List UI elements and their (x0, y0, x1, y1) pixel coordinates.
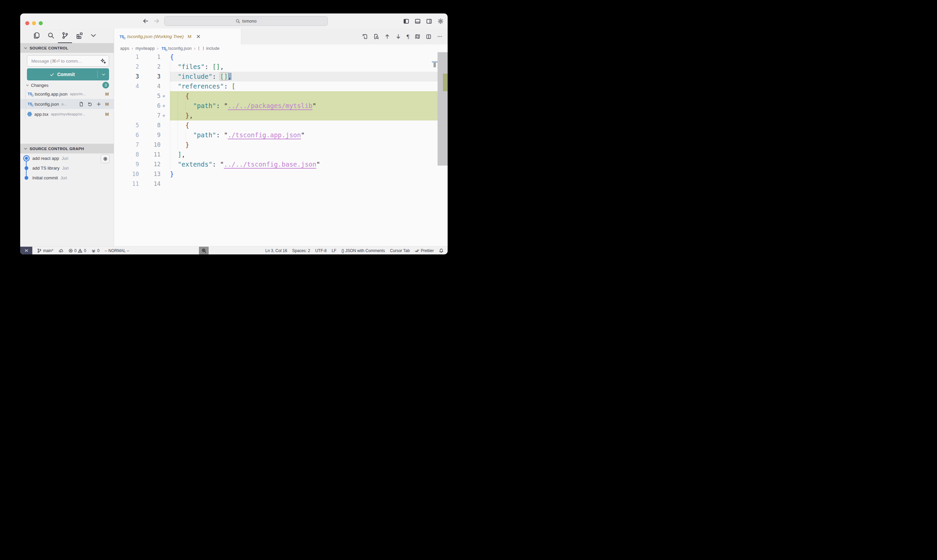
status-sync-indicator[interactable] (58, 248, 63, 253)
source-control-graph-header[interactable]: SOURCE CONTROL GRAPH (20, 144, 114, 154)
sparkle-ai-icon[interactable] (100, 58, 106, 64)
added-line-plus: + (160, 111, 170, 120)
change-item-tsconfig.app.json[interactable]: TS⚙ tsconfig.app.json apps/m... M (20, 89, 114, 99)
previous-change-arrow-up-icon[interactable] (385, 34, 390, 39)
modified-line-number: 12 (141, 160, 160, 169)
minimize-window-button[interactable] (32, 21, 36, 25)
status-encoding[interactable]: UTF-8 (315, 248, 326, 253)
status-eol[interactable]: LF (332, 248, 336, 253)
vertical-scrollbar[interactable] (437, 52, 448, 166)
zoom-window-button[interactable] (39, 21, 43, 25)
discard-icon[interactable] (88, 102, 92, 107)
commit-row[interactable]: add TS library Juri (20, 163, 114, 173)
code-line[interactable]: 4 4 "references": [ (114, 82, 437, 91)
activity-source-control[interactable] (58, 29, 72, 43)
go-to-file-icon[interactable] (79, 102, 84, 107)
code-editor[interactable]: 1 1 { 2 2 "files": [], 3 3 "include": []… (114, 52, 448, 246)
close-window-button[interactable] (25, 21, 29, 25)
commit-message-input[interactable] (31, 58, 100, 64)
change-item-tsconfig.json[interactable]: TS⚙ tsconfig.json a... M (20, 99, 114, 109)
status-notifications[interactable] (439, 248, 444, 253)
breadcrumb-item[interactable]: [ ]include (198, 46, 220, 51)
added-line-plus: + (160, 91, 170, 101)
command-center-search[interactable]: tsmono (164, 16, 328, 26)
back-arrow-icon[interactable] (142, 18, 149, 24)
status-bar: main*000-- NORMAL -- Ln 3, Col 16Spaces:… (20, 246, 448, 254)
code-line[interactable]: 5 + { (114, 91, 437, 101)
activity-explorer[interactable] (29, 29, 44, 43)
commit-dot-icon (25, 166, 28, 170)
error-icon (68, 248, 73, 253)
code-line[interactable]: 8 11 ], (114, 150, 437, 160)
source-control-title: SOURCE CONTROL (29, 46, 68, 50)
source-control-header[interactable]: SOURCE CONTROL (20, 43, 114, 53)
code-line[interactable]: 5 8 { (114, 120, 437, 130)
activity-bar (20, 29, 114, 43)
modified-line-number: 14 (141, 179, 160, 189)
status-broadcast-indicator[interactable]: 0 (91, 248, 100, 253)
code-line[interactable]: 6 + "path": "../../packages/mytslib" (114, 101, 437, 111)
original-line-number (114, 111, 141, 120)
added-line-plus (160, 52, 170, 62)
commit-button[interactable]: Commit (27, 68, 109, 80)
toggle-secondary-sidebar-icon[interactable] (426, 18, 432, 24)
added-line-plus (160, 130, 170, 140)
original-line-number: 1 (114, 52, 141, 62)
remote-indicator[interactable] (20, 247, 32, 254)
added-line-plus (160, 62, 170, 72)
code-line[interactable]: 7 + }, (114, 111, 437, 120)
symbol-array-icon: [ ] (198, 46, 205, 51)
commit-row[interactable]: Initial commit Juri (20, 173, 114, 183)
code-line[interactable]: 6 9 "path": "./tsconfig.app.json" (114, 130, 437, 140)
forward-arrow-icon[interactable] (154, 18, 160, 24)
tab-tsconfig-working-tree[interactable]: TS⚙ tsconfig.json (Working Tree) M (114, 29, 241, 45)
toggle-primary-sidebar-icon[interactable] (403, 18, 409, 24)
activity-search[interactable] (44, 29, 58, 43)
breadcrumb-item[interactable]: myviteapp (135, 46, 154, 51)
modified-line-number: 6 (141, 101, 160, 111)
activity-more[interactable] (86, 29, 100, 43)
settings-gear-icon[interactable] (437, 18, 444, 24)
commit-dropdown[interactable] (98, 68, 109, 80)
status-vim-mode[interactable]: -- NORMAL -- (105, 248, 129, 253)
change-item-app.tsx[interactable]: app.tsx apps/myviteapp/sr... M (20, 109, 114, 119)
status-problems-indicator[interactable]: 00 (68, 248, 86, 253)
status-indentation[interactable]: Spaces: 2 (292, 248, 310, 253)
split-editor-icon[interactable] (426, 34, 431, 39)
code-line[interactable]: 7 10 } (114, 140, 437, 150)
modified-status-badge: M (105, 112, 109, 117)
activity-extensions[interactable] (72, 29, 86, 43)
code-line[interactable]: 9 12 "extends": "../../tsconfig.base.jso… (114, 160, 437, 169)
status-cursor-tab[interactable]: Cursor Tab (390, 248, 409, 253)
react-icon (27, 111, 32, 117)
status-branch-indicator[interactable]: main* (37, 248, 54, 253)
checkout-target-button[interactable] (101, 154, 110, 163)
code-line[interactable]: 11 14 (114, 179, 437, 189)
status-cursor-position[interactable]: Ln 3, Col 16 (265, 248, 287, 253)
toggle-panel-icon[interactable] (415, 18, 421, 24)
plus-icon[interactable] (96, 102, 101, 107)
close-tab-icon[interactable] (196, 34, 201, 39)
code-line[interactable]: 1 1 { (114, 52, 437, 62)
more-actions-icon[interactable] (437, 34, 443, 39)
breadcrumb-item[interactable]: apps (120, 46, 129, 51)
status-language-mode[interactable]: {} JSON with Comments (341, 248, 385, 253)
changes-section-header[interactable]: Changes 3 (20, 82, 114, 89)
pilcrow-whitespace-icon[interactable]: ¶ (406, 33, 409, 40)
next-change-arrow-down-icon[interactable] (395, 34, 401, 39)
code-line[interactable]: 2 2 "files": [], (114, 62, 437, 72)
open-changes-icon[interactable] (362, 34, 368, 39)
tab-bar: TS⚙ tsconfig.json (Working Tree) M ¶ (114, 29, 448, 45)
commit-row[interactable]: add react app Juri (20, 154, 114, 163)
search-icon (235, 19, 240, 23)
status-formatter[interactable]: Prettier (415, 248, 434, 253)
changes-count-badge: 3 (102, 82, 109, 89)
code-line[interactable]: 3 3 "include": [], (114, 72, 437, 82)
file-search-icon[interactable] (373, 34, 379, 39)
code-line[interactable]: 10 13 } (114, 169, 437, 179)
breadcrumb-item[interactable]: TS⚙tsconfig.json (161, 46, 191, 51)
ts-icon: TS⚙ (27, 101, 33, 107)
map-icon[interactable] (415, 34, 420, 39)
added-line-plus (160, 120, 170, 130)
modified-status-badge: M (105, 92, 109, 97)
